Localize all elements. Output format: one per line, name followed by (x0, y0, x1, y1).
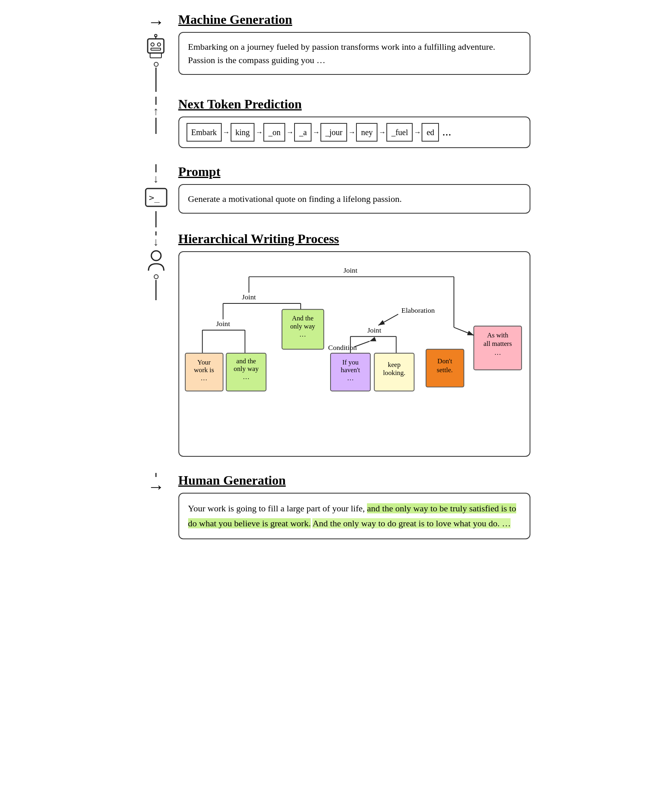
as-with-all-3: … (494, 349, 501, 356)
token-3: _a (294, 123, 312, 142)
vertical-line-5 (155, 211, 157, 227)
token-5: ney (356, 123, 377, 142)
joint-top-label: Joint (343, 266, 357, 274)
svg-rect-3 (151, 48, 161, 50)
if-you-1: If you (342, 358, 358, 366)
vertical-line-1 (155, 68, 157, 92)
machine-generation-section: → Machine Generation Embarking on a jour… (142, 12, 530, 93)
and-only-upper-2: only way (290, 322, 315, 330)
machine-gen-left: → (142, 12, 170, 93)
machine-gen-text: Embarking on a journey fueled by passion… (188, 42, 495, 65)
vertical-line-2 (155, 97, 157, 105)
machine-gen-title: Machine Generation (178, 12, 530, 27)
svg-rect-0 (148, 39, 164, 53)
prompt-title: Prompt (178, 164, 530, 179)
next-token-box: Embark → king → _on → _a → _jour → ney →… (178, 117, 530, 148)
human-text-4: And the only way to do great is to love … (312, 518, 511, 528)
hierarchical-section: ↓ Hierarchical Writing Process Joint (142, 231, 530, 469)
svg-line-24 (454, 327, 473, 335)
your-work-line3: … (200, 374, 207, 382)
human-gen-box: Your work is going to fill a large part … (178, 493, 530, 539)
svg-point-9 (151, 251, 161, 261)
hierarchical-title: Hierarchical Writing Process (178, 231, 530, 246)
arrow-up-ntp: ↑ (153, 105, 159, 118)
dont-settle-2: settle. (437, 366, 452, 374)
tree-svg: Joint Joint Joint (183, 260, 526, 446)
small-circle-hier (154, 274, 159, 279)
prompt-content: Prompt Generate a motivational quote on … (178, 164, 530, 226)
as-with-all-1: As with (487, 331, 508, 339)
token-4: _jour (320, 123, 347, 142)
and-only-upper-3: … (299, 331, 306, 338)
terminal-icon: >_ (144, 185, 168, 210)
svg-text:>_: >_ (149, 193, 160, 203)
prompt-box: Generate a motivational quote on finding… (178, 184, 530, 214)
prompt-left: ↓ >_ (142, 164, 170, 227)
vertical-line-6 (155, 231, 157, 235)
arrow-right-human: → (148, 477, 165, 496)
token-6: _fuel (386, 123, 413, 142)
svg-rect-6 (150, 53, 161, 58)
arrow-right-machine: → (148, 12, 165, 32)
hierarchical-box: Joint Joint Joint (178, 251, 530, 457)
if-you-2: haven't (341, 366, 360, 374)
elaboration-label: Elaboration (401, 306, 435, 314)
prompt-text: Generate a motivational quote on finding… (188, 194, 402, 204)
joint-right-label: Joint (367, 326, 381, 334)
as-with-all-2: all matters (483, 340, 512, 348)
vertical-line-4 (155, 164, 157, 172)
arrow-down-prompt: ↓ (153, 172, 159, 185)
your-work-line1: Your (197, 358, 210, 366)
next-token-title: Next Token Prediction (178, 97, 530, 112)
human-text-1: Your work is going to fill a large part … (188, 503, 367, 513)
next-token-left: ↑ (142, 97, 170, 134)
token-7: ed (422, 123, 439, 142)
svg-line-19 (378, 314, 398, 326)
robot-icon (143, 34, 169, 60)
hierarchical-content: Hierarchical Writing Process Joint Joint (178, 231, 530, 469)
next-token-content: Next Token Prediction Embark → king → _o… (178, 97, 530, 160)
token-row: Embark → king → _on → _a → _jour → ney →… (187, 123, 522, 142)
token-0: Embark (187, 123, 222, 142)
human-gen-left: → (142, 473, 170, 496)
small-circle-machine (154, 62, 159, 67)
prompt-section: ↓ >_ Prompt Generate a motivational quot… (142, 164, 530, 227)
machine-gen-content: Machine Generation Embarking on a journe… (178, 12, 530, 87)
token-ellipsis: … (439, 126, 454, 139)
and-only-lower-2: only way (233, 365, 259, 373)
joint-left-label: Joint (216, 320, 230, 328)
and-only-lower-3: … (243, 373, 250, 381)
human-gen-content: Human Generation Your work is going to f… (178, 473, 530, 539)
if-you-3: … (347, 374, 354, 382)
person-icon (144, 248, 169, 273)
vertical-line-3 (155, 118, 157, 134)
svg-point-2 (157, 43, 161, 46)
next-token-section: ↑ Next Token Prediction Embark → king → … (142, 97, 530, 160)
and-only-upper-1: And the (292, 314, 313, 322)
condition-label: Condition (328, 343, 357, 352)
vertical-line-8 (155, 473, 157, 477)
token-2: _on (263, 123, 285, 142)
dont-settle-1: Don't (437, 357, 452, 365)
keep-looking-1: keep (388, 361, 401, 369)
svg-point-5 (155, 34, 157, 37)
svg-point-1 (151, 43, 154, 46)
machine-gen-box: Embarking on a journey fueled by passion… (178, 32, 530, 75)
joint-mid-left-label: Joint (242, 293, 256, 301)
and-only-lower-1: and the (236, 357, 256, 365)
hierarchical-left: ↓ (142, 231, 170, 300)
your-work-line2: work is (194, 366, 214, 374)
human-generation-section: → Human Generation Your work is going to… (142, 473, 530, 539)
token-1: king (231, 123, 255, 142)
keep-looking-2: looking. (383, 369, 405, 377)
human-gen-title: Human Generation (178, 473, 530, 488)
vertical-line-7 (155, 280, 157, 300)
arrow-down-hier: ↓ (153, 235, 159, 248)
